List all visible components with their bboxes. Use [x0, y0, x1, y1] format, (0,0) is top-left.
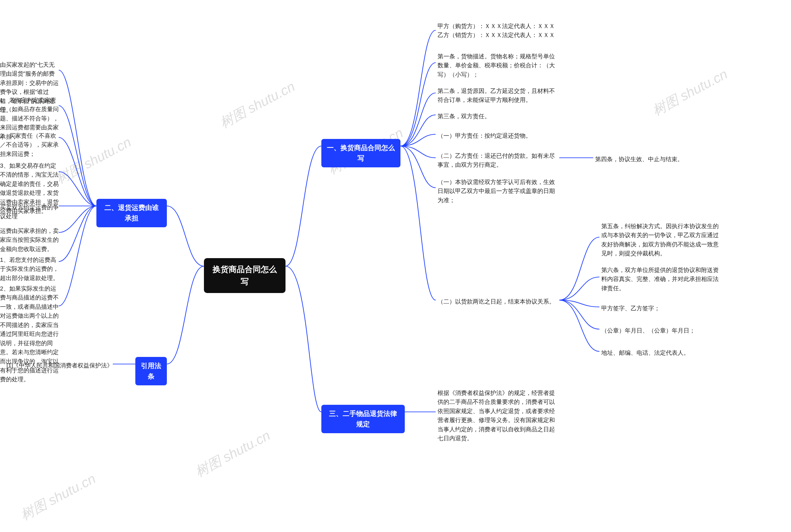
b2-d6: 运费由买家承担的，卖家应当按照实际发生的金额向您收取运费。 [0, 226, 59, 253]
branch-2: 二、退货运费由谁承担 [96, 199, 167, 227]
b1-c8-g3: 甲方签字、乙方签字； [601, 304, 660, 313]
b1-c2: 第一条，货物描述。货物名称；规格型号单位数量、单价金额、税率税额；价税合计：（大… [438, 52, 558, 79]
b1-c5: （一）甲方责任：按约定退还货物。 [438, 131, 531, 140]
watermark: 树图 shutu.cn [192, 426, 273, 481]
b2-d5: 买卖双方约定运费的争议处理 [0, 203, 59, 221]
branch-4: 引用法条 [135, 357, 167, 385]
b1-c8-g5: 地址、邮编、电话、法定代表人。 [601, 348, 689, 357]
b1-c8-g1: 第五条，纠纷解决方式。因执行本协议发生的或与本协议有关的一切争议，甲乙双方应通过… [601, 222, 722, 258]
b1-c8-g4: （公章）年月日、（公章）年月日； [601, 326, 695, 335]
b1-c6: （二）乙方责任：退还已付的货款。如有未尽事宜，由双方另行商定。 [438, 151, 558, 170]
branch-1: 一、换货商品合同怎么写 [321, 139, 401, 167]
b1-c8: （二）以货款两讫之日起，结束本协议关系。 [438, 297, 555, 306]
b1-c3: 第二条，退货原因。乙方延迟交货，且材料不符合订单，未能保证甲方顺利使用。 [438, 87, 558, 105]
watermark: 树图 shutu.cn [18, 470, 99, 524]
b1-c4: 第三条，双方责任。 [438, 112, 490, 121]
b1-c1: 甲方（购货方）：ＸＸＸ法定代表人：ＸＸＸ 乙方（销货方）：ＸＸＸ法定代表人：ＸＸ… [438, 22, 555, 40]
watermark: 树图 shutu.cn [649, 65, 731, 120]
b2-d7: 1、若您支付的运费高于实际发生的运费的，超出部分做退款处理。 [0, 255, 59, 283]
branch-3: 三、二手物品退货法律规定 [321, 405, 405, 433]
b1-c7: （一）本协议需经双方签字认可后有效，生效日期以甲乙双方中最后一方签字或盖章的日期… [438, 177, 558, 205]
watermark: 树图 shutu.cn [53, 133, 134, 188]
watermark: 树图 shutu.cn [217, 77, 298, 132]
b4-f1: [1]《中华人民共和国消费者权益保护法》 [6, 361, 113, 370]
b2-d3: 2、买家责任（不喜欢／不合适等），买家承担来回运费； [0, 131, 59, 158]
b1-c8-g2: 第六条，双方单位所提供的退货协议和附送资料内容真实、完整、准确，并对此承担相应法… [601, 266, 722, 293]
b1-c6-child: 第四条，协议生效、中止与结束。 [595, 155, 683, 164]
root-node: 换货商品合同怎么写 [204, 258, 286, 293]
b3-e1: 根据《消费者权益保护法》的规定，经营者提供的二手商品不符合质量要求的，消费者可以… [438, 388, 558, 443]
